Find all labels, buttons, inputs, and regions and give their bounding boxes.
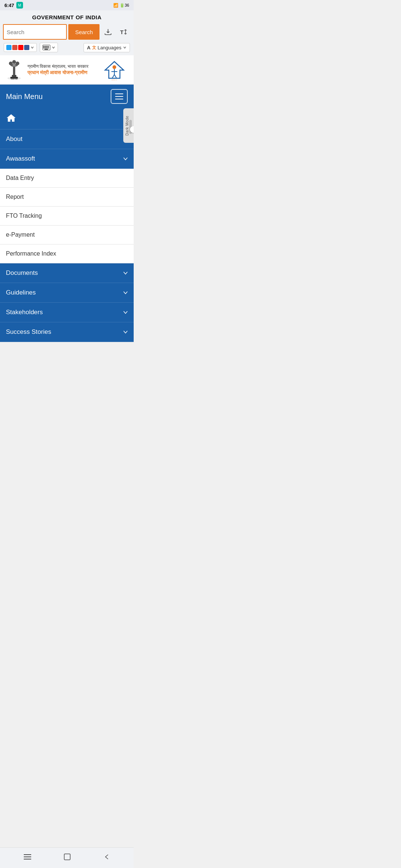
nav-stakeholders-label: Stakeholders bbox=[6, 309, 43, 316]
documents-chevron-icon bbox=[123, 272, 128, 274]
search-button[interactable]: Search bbox=[68, 24, 100, 40]
nav-item-performance-index[interactable]: Performance Index bbox=[0, 244, 134, 263]
nav-awaassoft-label: Awaassoft bbox=[6, 155, 35, 162]
svg-rect-7 bbox=[46, 47, 47, 48]
ministry-line2: प्रधान मंत्री आवास योजना-ग्रामीण bbox=[27, 70, 88, 76]
ministry-left: सत्यमेव जयते ग्रामीण विकास मंत्रालय, भार… bbox=[4, 59, 88, 80]
app-notification-icon: M bbox=[16, 2, 23, 9]
awaassoft-chevron-icon bbox=[123, 157, 128, 160]
keyboard-icon bbox=[42, 45, 50, 50]
header: GOVERNMENT OF INDIA Search T bbox=[0, 10, 134, 55]
svg-rect-4 bbox=[48, 46, 49, 47]
svg-rect-8 bbox=[48, 47, 49, 48]
svg-rect-1 bbox=[43, 46, 44, 47]
nav-item-fto-tracking[interactable]: FTO Tracking bbox=[0, 207, 134, 226]
status-bar: 6:47 M 📶 🔋36 bbox=[0, 0, 134, 10]
nav-item-guidelines[interactable]: Guidelines bbox=[0, 283, 134, 303]
nav-item-success-stories[interactable]: Success Stories bbox=[0, 322, 134, 342]
guidelines-chevron-icon bbox=[123, 291, 128, 294]
search-input-wrapper bbox=[3, 24, 67, 40]
nav-documents-label: Documents bbox=[6, 269, 38, 277]
signal-icon: 📶 bbox=[113, 3, 118, 8]
svg-text:सत्यमेव जयते: सत्यमेव जयते bbox=[10, 78, 18, 80]
dark-mode-toggle-knob bbox=[130, 126, 134, 133]
gplus-icon bbox=[12, 45, 17, 50]
search-row: Search T bbox=[3, 24, 131, 40]
nav-epayment-label: e-Payment bbox=[6, 231, 35, 238]
toolbar-row: A 文 Languages bbox=[3, 43, 131, 52]
social-share-button[interactable] bbox=[4, 43, 37, 52]
status-time: 6:47 bbox=[4, 3, 14, 8]
chevron-down-icon2 bbox=[52, 46, 55, 49]
language-label: Languages bbox=[98, 45, 121, 50]
nav-success-stories-label: Success Stories bbox=[6, 328, 51, 336]
twitter-icon bbox=[6, 45, 12, 50]
status-icons: 📶 🔋36 bbox=[113, 3, 129, 8]
nav-fto-label: FTO Tracking bbox=[6, 213, 42, 219]
nav-guidelines-label: Guidelines bbox=[6, 289, 36, 296]
svg-line-25 bbox=[114, 75, 117, 78]
svg-point-18 bbox=[13, 64, 15, 66]
facebook-icon bbox=[24, 45, 29, 50]
youtube-icon bbox=[18, 45, 23, 50]
search-input[interactable] bbox=[7, 29, 63, 35]
nav-item-about[interactable]: About bbox=[0, 129, 134, 149]
chevron-down-icon3 bbox=[123, 46, 127, 49]
svg-rect-6 bbox=[45, 47, 46, 48]
main-menu-bar: Main Menu bbox=[0, 85, 134, 108]
keyboard-button[interactable] bbox=[40, 43, 58, 52]
font-size-icon-button[interactable]: T bbox=[117, 25, 131, 39]
nav-item-awaassoft[interactable]: Awaassoft bbox=[0, 149, 134, 169]
ministry-text: ग्रामीण विकास मंत्रालय, भारत सरकार प्रधा… bbox=[27, 64, 88, 76]
download-icon-button[interactable] bbox=[101, 25, 115, 39]
social-icons bbox=[6, 45, 29, 50]
nav-submenu-awaassoft: Data Entry Report FTO Tracking e-Payment… bbox=[0, 169, 134, 263]
svg-rect-2 bbox=[45, 46, 46, 47]
svg-point-15 bbox=[9, 62, 13, 65]
svg-rect-5 bbox=[43, 47, 44, 48]
nav-item-report[interactable]: Report bbox=[0, 188, 134, 207]
nav-about-label: About bbox=[6, 135, 22, 143]
pmay-logo: PMAY-G bbox=[100, 60, 129, 80]
svg-point-17 bbox=[12, 60, 16, 64]
nav-menu: Dark Mode About Awaassoft Data Entry Rep… bbox=[0, 108, 134, 342]
hamburger-line-3 bbox=[115, 99, 123, 99]
hamburger-line-1 bbox=[115, 93, 123, 94]
language-button[interactable]: A 文 Languages bbox=[84, 43, 130, 52]
svg-point-16 bbox=[16, 62, 19, 65]
nav-item-stakeholders[interactable]: Stakeholders bbox=[0, 303, 134, 322]
stakeholders-chevron-icon bbox=[123, 311, 128, 314]
national-emblem: सत्यमेव जयते bbox=[4, 59, 24, 80]
svg-rect-3 bbox=[46, 46, 47, 47]
nav-item-home[interactable] bbox=[0, 108, 134, 129]
svg-rect-9 bbox=[45, 49, 48, 50]
dark-mode-tab[interactable]: Dark Mode bbox=[123, 108, 134, 143]
nav-data-entry-label: Data Entry bbox=[6, 175, 34, 181]
hamburger-menu-button[interactable] bbox=[111, 89, 128, 104]
dark-mode-label: Dark Mode bbox=[125, 116, 129, 135]
main-menu-title: Main Menu bbox=[6, 92, 43, 101]
svg-text:PMAY-G: PMAY-G bbox=[111, 79, 117, 80]
chevron-down-icon bbox=[30, 46, 34, 49]
battery-icon: 🔋36 bbox=[120, 3, 129, 8]
svg-rect-13 bbox=[13, 66, 15, 75]
hamburger-line-2 bbox=[115, 96, 123, 97]
svg-line-24 bbox=[112, 75, 114, 78]
ministry-banner: सत्यमेव जयते ग्रामीण विकास मंत्रालय, भार… bbox=[0, 55, 134, 85]
home-icon bbox=[6, 114, 16, 122]
svg-point-21 bbox=[113, 65, 116, 69]
gov-title: GOVERNMENT OF INDIA bbox=[3, 14, 131, 20]
nav-performance-label: Performance Index bbox=[6, 250, 56, 257]
dark-mode-toggle[interactable] bbox=[129, 120, 132, 134]
nav-item-data-entry[interactable]: Data Entry bbox=[0, 169, 134, 188]
success-stories-chevron-icon bbox=[123, 331, 128, 333]
nav-report-label: Report bbox=[6, 194, 24, 200]
ministry-line1: ग्रामीण विकास मंत्रालय, भारत सरकार bbox=[27, 64, 88, 69]
nav-item-documents[interactable]: Documents bbox=[0, 263, 134, 283]
nav-item-epayment[interactable]: e-Payment bbox=[0, 226, 134, 244]
